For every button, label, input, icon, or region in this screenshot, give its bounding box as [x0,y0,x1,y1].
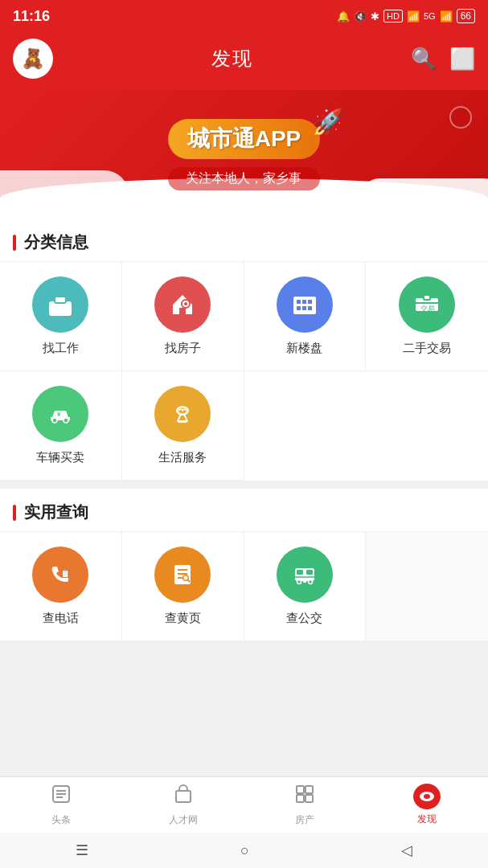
svg-rect-42 [176,791,191,802]
svg-point-18 [64,418,68,423]
query-section: 实用查询 📋 查电话 [0,489,488,641]
second-hand-icon: 交易 [399,276,455,333]
svg-rect-45 [297,795,304,802]
car-trade-icon: ¥ [32,386,88,442]
new-estate-label: 新楼盘 [286,341,322,356]
wifi-icon: 📶 [407,10,420,23]
banner-content: 城市通APP 🚀 关注本地人，家乡事 [168,119,321,190]
battery-icon: 66 [457,9,475,23]
find-house-label: 找房子 [165,341,201,356]
svg-point-48 [424,794,430,799]
new-estate-icon [277,276,333,333]
signal-icon: 📶 [440,10,453,23]
svg-rect-12 [308,306,312,310]
svg-text:¥: ¥ [57,411,61,418]
life-service-item[interactable]: 生活服务 [122,371,244,481]
status-icons: 🔔 🔇 ✱ HD 📶 5G 📶 66 [337,9,475,23]
svg-rect-8 [302,300,306,304]
svg-text:交易: 交易 [420,305,435,313]
phone-query-icon: 📋 [32,547,88,603]
nav-headline[interactable]: 头条 [0,784,122,826]
svg-rect-6 [293,297,316,314]
banner-subtitle: 关注本地人，家乡事 [168,167,321,190]
page-title: 发现 [211,46,253,72]
second-hand-item[interactable]: 交易 二手交易 [366,262,488,371]
system-nav: ☰ ○ ◁ [0,833,488,868]
menu-icon[interactable]: ⬜ [449,47,475,72]
header-actions: 🔍 ⬜ [411,47,475,72]
nav-housing[interactable]: 房产 [244,784,367,826]
bus-query-icon [277,547,333,603]
search-icon[interactable]: 🔍 [411,47,437,72]
mute-icon: 🔇 [354,10,367,23]
bus-query-item[interactable]: 查公交 [244,532,367,641]
alarm-icon: 🔔 [337,10,350,23]
svg-rect-33 [306,570,313,575]
car-trade-label: 车辆买卖 [36,450,84,465]
find-house-icon [154,276,211,333]
back-sys-btn[interactable]: ◁ [401,841,412,859]
banner-title: 城市通APP [187,126,301,151]
housing-icon [293,783,316,810]
category-header: 分类信息 [0,219,488,261]
svg-point-17 [52,418,57,423]
nav-talent[interactable]: 人才网 [122,784,244,826]
svg-rect-46 [306,795,313,802]
find-job-icon [32,276,88,333]
svg-rect-32 [297,570,303,575]
menu-sys-btn[interactable]: ☰ [76,841,88,859]
category-indicator [13,235,16,251]
phone-query-item[interactable]: 📋 查电话 [0,532,122,641]
header: 🧸 发现 🔍 ⬜ [0,32,488,90]
status-time: 11:16 [13,8,50,25]
bottom-nav: 头条 人才网 房产 发现 [0,776,488,833]
svg-rect-11 [302,306,306,310]
query-header: 实用查询 [0,489,488,531]
svg-rect-9 [308,300,312,304]
banner-dot [449,106,472,129]
svg-point-36 [308,580,312,584]
headline-label: 头条 [51,813,71,827]
query-title: 实用查询 [24,502,88,523]
yellow-pages-icon [154,547,211,603]
find-house-item[interactable]: 找房子 [122,262,244,371]
bottom-spacer [0,649,488,746]
banner[interactable]: 城市通APP 🚀 关注本地人，家乡事 [0,90,488,219]
avatar[interactable]: 🧸 [13,39,53,79]
bus-query-label: 查公交 [286,611,322,626]
bluetooth-icon: ✱ [371,10,379,23]
svg-rect-1 [55,297,66,303]
category-title: 分类信息 [24,231,88,253]
svg-rect-10 [297,306,301,310]
home-sys-btn[interactable]: ○ [240,842,249,859]
yellow-pages-label: 查黄页 [165,611,201,626]
svg-point-35 [297,580,301,584]
signal-5g-icon: 5G [424,11,436,21]
svg-rect-43 [297,786,304,793]
category-section: 分类信息 找工作 [0,219,488,481]
svg-text:📋: 📋 [60,568,71,579]
find-job-item[interactable]: 找工作 [0,262,122,371]
new-estate-item[interactable]: 新楼盘 [244,262,367,371]
banner-title-box: 城市通APP 🚀 [168,119,321,159]
nav-discover[interactable]: 发现 [366,784,488,826]
category-grid: 找工作 找房子 [0,261,488,481]
yellow-pages-item[interactable]: 查黄页 [122,532,244,641]
talent-label: 人才网 [169,813,198,827]
svg-rect-22 [178,420,187,423]
rocket-icon: 🚀 [312,107,344,137]
status-bar: 11:16 🔔 🔇 ✱ HD 📶 5G 📶 66 [0,0,488,32]
second-hand-label: 二手交易 [403,341,451,356]
life-service-label: 生活服务 [158,450,207,465]
phone-query-label: 查电话 [43,611,79,626]
query-indicator [13,505,16,521]
main-content: 分类信息 找工作 [0,219,488,746]
svg-rect-44 [306,786,313,793]
discover-label: 发现 [417,813,437,826]
car-trade-item[interactable]: ¥ 车辆买卖 [0,371,122,481]
svg-rect-15 [424,295,430,300]
life-service-icon [154,386,211,442]
headline-icon [50,783,72,810]
svg-rect-7 [297,300,301,304]
discover-dot [413,784,441,809]
